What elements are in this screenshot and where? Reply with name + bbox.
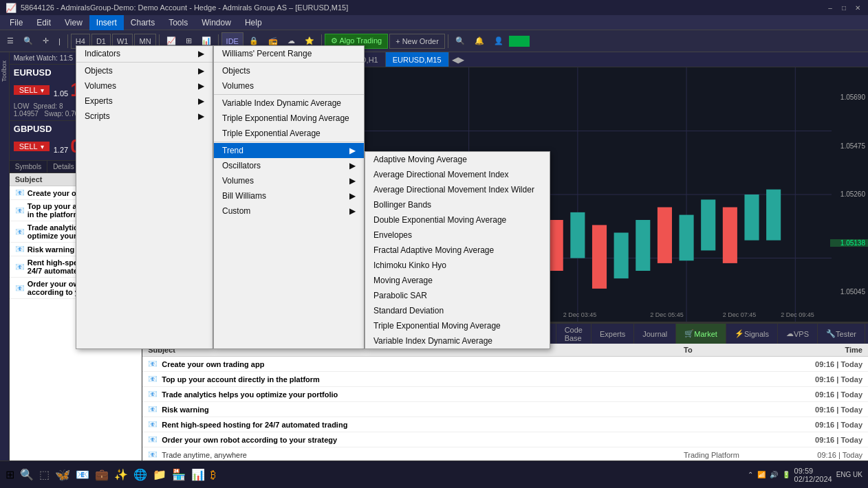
toolbox-label[interactable]: Toolbox [1, 55, 8, 87]
menu-file[interactable]: File [3, 15, 30, 30]
start-button[interactable]: ⊞ [6, 468, 14, 481]
taskview-button[interactable]: ⬚ [39, 468, 50, 481]
menu-charts[interactable]: Charts [124, 15, 162, 30]
title-text: 58644126 - AdmiralsGroup-Demo: Demo Acco… [21, 3, 348, 12]
ind-item-billwilliams[interactable]: Bill Williams▶ [214, 188, 364, 203]
ind-item-volumes[interactable]: Volumes [214, 78, 364, 93]
mail-icon: 📧 [15, 245, 25, 254]
sound-icon[interactable]: 🔊 [770, 471, 778, 478]
taskbar-up-arrow[interactable]: ⌃ [748, 471, 753, 478]
trend-item-envelopes[interactable]: Envelopes [365, 228, 550, 243]
svg-rect-35 [723, 208, 737, 263]
mail-sender: Trading Platform [684, 451, 780, 459]
trend-item-vida[interactable]: Variable Index Dynamic Average [365, 333, 550, 348]
mailbox-col-time: Time [780, 346, 862, 354]
gbpusd-sell-button[interactable]: SELL ▾ [14, 142, 50, 151]
ind-item-trend[interactable]: Trend▶ [214, 143, 364, 158]
menu-tools[interactable]: Tools [162, 15, 195, 30]
teams-icon[interactable]: 💼 [95, 468, 109, 481]
tab-codebase[interactable]: Code Base [556, 324, 592, 344]
trend-item-bb[interactable]: Bollinger Bands [365, 197, 550, 212]
copilot-icon[interactable]: ✨ [114, 468, 128, 481]
trend-item-ama[interactable]: Adaptive Moving Average [365, 152, 550, 167]
trend-item-psar[interactable]: Parabolic SAR [365, 288, 550, 303]
menu-view[interactable]: View [58, 15, 89, 30]
svg-text:2 Dec 03:45: 2 Dec 03:45 [563, 311, 597, 318]
trend-item-adxw[interactable]: Average Directional Movement Index Wilde… [365, 182, 550, 197]
ind-item-vida[interactable]: Variable Index Dynamic Average [214, 96, 364, 111]
ind-item-tema[interactable]: Triple Exponential Moving Average [214, 111, 364, 126]
trend-item-frama[interactable]: Fractal Adaptive Moving Average [365, 243, 550, 258]
tab-symbols[interactable]: Symbols [10, 161, 47, 173]
battery-icon[interactable]: 🔋 [782, 471, 790, 478]
svg-rect-28 [571, 212, 585, 258]
ind-item-objects[interactable]: Objects [214, 63, 364, 78]
edge-icon[interactable]: 🦋 [55, 467, 70, 483]
ind-item-oscillators[interactable]: Oscillators▶ [214, 158, 364, 173]
title-bar: 📈 58644126 - AdmiralsGroup-Demo: Demo Ac… [0, 0, 868, 15]
mail-time: 09:16 | Today [780, 451, 862, 459]
store-icon[interactable]: 🏪 [172, 468, 186, 481]
tab-journal[interactable]: Journal [634, 324, 676, 344]
mail-time: 09:16 | Today [780, 436, 862, 444]
insert-item-indicators[interactable]: Indicators▶ [76, 46, 213, 61]
menu-help[interactable]: Help [238, 15, 269, 30]
insert-item-experts[interactable]: Experts▶ [76, 93, 213, 109]
mail-row: 📧 Rent high-speed hosting for 24/7 autom… [142, 417, 868, 432]
taskbar-right: ⌃ 📶 🔊 🔋 09:59 02/12/2024 ENG UK [748, 467, 862, 483]
ind-item-volumes2[interactable]: Volumes▶ [214, 173, 364, 188]
new-chart-button[interactable]: ☰ [3, 32, 18, 50]
maximize-button[interactable]: □ [839, 3, 849, 12]
ind-item-williams[interactable]: Williams' Percent Range [214, 46, 364, 61]
svg-rect-31 [636, 220, 650, 271]
mail-icon: 📧 [148, 420, 162, 429]
toolbox-bar: Toolbox [0, 52, 10, 473]
signals-button[interactable]: ⚡ Signals [726, 324, 778, 344]
bitcoin-icon[interactable]: ₿ [210, 469, 216, 481]
mail-row: 📧 Top up your account directly in the pl… [142, 372, 868, 387]
trend-item-stddev[interactable]: Standard Deviation [365, 303, 550, 318]
tab-experts[interactable]: Experts [592, 324, 634, 344]
svg-text:2 Dec 05:45: 2 Dec 05:45 [651, 311, 684, 318]
search-taskbar[interactable]: 🔍 [20, 468, 34, 481]
ind-item-custom[interactable]: Custom▶ [214, 203, 364, 219]
trend-item-adx[interactable]: Average Directional Movement Index [365, 167, 550, 182]
close-button[interactable]: ✕ [853, 3, 862, 12]
lang-icon[interactable]: ENG UK [836, 471, 862, 478]
mail-subject: Rent high-speed hosting for 24/7 automat… [162, 421, 684, 429]
mail-row: 📧 Order your own robot according to your… [142, 432, 868, 447]
market-button[interactable]: 🛒 Market [676, 324, 726, 344]
tester-button[interactable]: 🔧 Tester [818, 324, 865, 344]
menu-insert[interactable]: Insert [89, 15, 124, 30]
eurusd-sell-button[interactable]: SELL ▾ [14, 85, 50, 95]
trend-item-dema[interactable]: Double Exponential Moving Average [365, 212, 550, 228]
menu-edit[interactable]: Edit [30, 15, 58, 30]
menu-bar: File Edit View Insert Charts Tools Windo… [0, 15, 868, 30]
insert-item-volumes[interactable]: Volumes▶ [76, 78, 213, 93]
sep1 [67, 34, 68, 48]
period-sep-button[interactable]: | [54, 32, 65, 50]
chrome-icon[interactable]: 🌐 [133, 468, 147, 481]
svg-rect-29 [592, 225, 607, 289]
mailbox-col-sender: To [684, 346, 780, 354]
mail-taskbar-icon[interactable]: 📧 [76, 468, 89, 481]
vps-button[interactable]: ☁ VPS [778, 324, 818, 344]
crosshair-button[interactable]: ✛ [39, 32, 53, 50]
taskbar-date: 02/12/2024 [794, 475, 832, 483]
insert-item-scripts[interactable]: Scripts▶ [76, 109, 213, 124]
minimize-button[interactable]: – [825, 3, 835, 12]
network-icon[interactable]: 📶 [757, 471, 766, 478]
trading-icon[interactable]: 📊 [191, 468, 205, 481]
taskbar: ⊞ 🔍 ⬚ 🦋 📧 💼 ✨ 🌐 📁 🏪 📊 ₿ ⌃ 📶 🔊 🔋 09:59 02… [0, 461, 868, 488]
menu-window[interactable]: Window [195, 15, 238, 30]
taskbar-left: ⊞ 🔍 ⬚ 🦋 📧 💼 ✨ 🌐 📁 🏪 📊 ₿ [6, 467, 216, 483]
explorer-icon[interactable]: 📁 [153, 468, 166, 481]
trend-item-ichimoku[interactable]: Ichimoku Kinko Hyo [365, 258, 550, 273]
trend-item-tema[interactable]: Triple Exponential Moving Average [365, 318, 550, 333]
ind-item-trix[interactable]: Triple Exponential Average [214, 126, 364, 141]
clock-icon: 09:59 02/12/2024 [794, 467, 832, 483]
zoom-in-button[interactable]: 🔍 [19, 32, 37, 50]
insert-item-objects[interactable]: Objects▶ [76, 63, 213, 78]
mail-time: 09:16 | Today [780, 421, 862, 429]
trend-item-ma[interactable]: Moving Average [365, 273, 550, 288]
